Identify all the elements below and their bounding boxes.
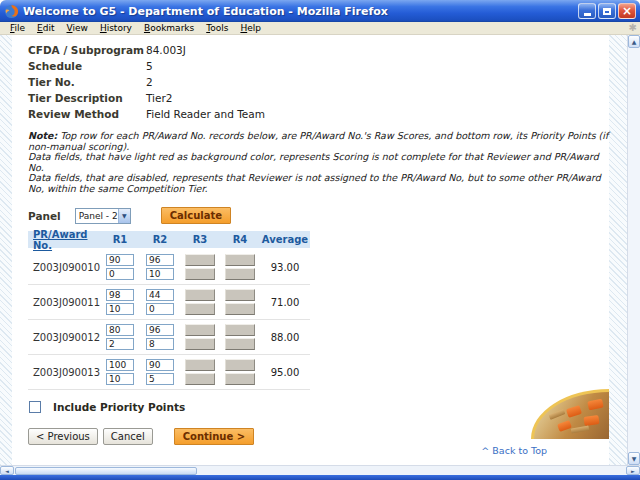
scroll-up-icon[interactable]: ▲ <box>628 35 640 48</box>
note-line-1: Top row for each PR/Award No. records be… <box>28 130 608 152</box>
detail-row-tier-desc: Tier Description Tier2 <box>28 90 609 106</box>
disabled-score-field <box>225 254 255 266</box>
note-line-3: Data fields, that are disabled, represen… <box>28 173 609 194</box>
r2-priority-points-input[interactable] <box>146 373 174 385</box>
menu-history[interactable]: History <box>94 23 138 33</box>
scroll-down-icon[interactable]: ▼ <box>628 452 640 465</box>
continue-button[interactable]: Continue > <box>174 428 254 445</box>
include-priority-checkbox[interactable] <box>29 401 41 413</box>
detail-label: Tier Description <box>28 92 146 104</box>
table-row: Z003J090012 88.00 <box>28 320 310 355</box>
horizontal-scrollbar[interactable]: ◄ ► <box>0 465 640 475</box>
disabled-score-field <box>185 303 215 315</box>
column-header-r1: R1 <box>100 234 140 245</box>
r1-raw-score-input[interactable] <box>106 254 134 266</box>
disabled-score-field <box>185 338 215 350</box>
page-viewport: CFDA / Subprogram 84.003J Schedule 5 Tie… <box>0 35 640 465</box>
r1-raw-score-input[interactable] <box>106 324 134 336</box>
r2-raw-score-input[interactable] <box>146 254 174 266</box>
disabled-score-field <box>185 289 215 301</box>
menu-bookmarks[interactable]: Bookmarks <box>138 23 200 33</box>
calculate-button[interactable]: Calculate <box>161 207 231 224</box>
detail-value: 84.003J <box>146 44 186 56</box>
column-header-r2: R2 <box>140 234 180 245</box>
detail-value: Field Reader and Team <box>146 108 265 120</box>
disabled-score-field <box>225 359 255 371</box>
r2-scores <box>140 324 180 350</box>
titlebar[interactable]: Welcome to G5 - Department of Education … <box>0 0 640 22</box>
classroom-chairs-image-inner <box>534 392 609 439</box>
panel-select[interactable]: Panel - 2 ▼ <box>75 208 131 224</box>
r2-priority-points-input[interactable] <box>146 338 174 350</box>
minimize-button[interactable] <box>578 3 596 19</box>
r1-priority-points-input[interactable] <box>106 268 134 280</box>
column-header-award-link[interactable]: PR/Award No. <box>28 229 100 251</box>
detail-label: Tier No. <box>28 76 146 88</box>
table-row: Z003J090013 95.00 <box>28 355 310 390</box>
table-row: Z003J090011 71.00 <box>28 285 310 320</box>
detail-value: Tier2 <box>146 92 172 104</box>
vertical-scrollbar[interactable]: ▲ ▼ <box>627 35 640 465</box>
chair-shape <box>557 420 572 432</box>
menu-tools[interactable]: Tools <box>200 23 234 33</box>
include-priority-label: Include Priority Points <box>53 401 185 413</box>
r1-raw-score-input[interactable] <box>106 289 134 301</box>
close-button[interactable]: × <box>618 3 636 19</box>
r1-priority-points-input[interactable] <box>106 373 134 385</box>
horizontal-scroll-thumb[interactable] <box>15 467 197 475</box>
firefox-window: Welcome to G5 - Department of Education … <box>0 0 640 480</box>
average-score: 71.00 <box>260 297 310 308</box>
menu-view[interactable]: View <box>61 23 94 33</box>
maximize-icon <box>603 8 611 15</box>
r1-raw-score-input[interactable] <box>106 359 134 371</box>
r2-raw-score-input[interactable] <box>146 359 174 371</box>
r1-priority-points-input[interactable] <box>106 338 134 350</box>
desk-shape <box>549 409 566 420</box>
scroll-left-icon[interactable]: ◄ <box>0 466 14 475</box>
previous-button[interactable]: < Previous <box>28 428 98 445</box>
maximize-button[interactable] <box>598 3 616 19</box>
table-row: Z003J090010 93.00 <box>28 250 310 285</box>
r2-raw-score-input[interactable] <box>146 324 174 336</box>
disabled-score-field <box>225 303 255 315</box>
cancel-button[interactable]: Cancel <box>103 428 153 445</box>
detail-row-tier-no: Tier No. 2 <box>28 74 609 90</box>
disabled-score-field <box>225 373 255 385</box>
detail-label: Schedule <box>28 60 146 72</box>
detail-row-schedule: Schedule 5 <box>28 58 609 74</box>
note-line-2: Data fields, that have light red as back… <box>28 152 609 173</box>
menu-edit[interactable]: Edit <box>31 23 60 33</box>
window-bottom-border <box>0 475 640 480</box>
r1-scores <box>100 359 140 385</box>
r2-priority-points-input[interactable] <box>146 303 174 315</box>
scroll-right-icon[interactable]: ► <box>626 466 640 475</box>
r1-priority-points-input[interactable] <box>106 303 134 315</box>
classroom-chairs-image <box>531 389 609 439</box>
back-to-top-link[interactable]: ^ Back to Top <box>481 445 547 456</box>
r2-priority-points-input[interactable] <box>146 268 174 280</box>
include-priority-row: Include Priority Points <box>29 401 609 413</box>
detail-value: 5 <box>146 60 153 72</box>
r2-scores <box>140 289 180 315</box>
disabled-score-field <box>185 254 215 266</box>
chevron-down-icon[interactable]: ▼ <box>118 209 130 223</box>
r2-raw-score-input[interactable] <box>146 289 174 301</box>
r3-scores-disabled <box>180 254 220 280</box>
r4-scores-disabled <box>220 289 260 315</box>
r2-scores <box>140 254 180 280</box>
desk-shape <box>571 425 590 433</box>
detail-row-review-method: Review Method Field Reader and Team <box>28 106 609 122</box>
r1-scores <box>100 289 140 315</box>
menubar: File Edit View History Bookmarks Tools H… <box>0 22 640 35</box>
detail-label: Review Method <box>28 108 146 120</box>
column-header-r3: R3 <box>180 234 220 245</box>
menu-help[interactable]: Help <box>234 23 267 33</box>
detail-label: CFDA / Subprogram <box>28 44 146 56</box>
r2-scores <box>140 359 180 385</box>
disabled-score-field <box>185 373 215 385</box>
throbber-icon: ✱ <box>629 23 637 33</box>
award-number: Z003J090011 <box>28 297 100 308</box>
menu-file[interactable]: File <box>4 23 31 33</box>
score-table-header: PR/Award No. R1 R2 R3 R4 Average <box>28 231 310 248</box>
average-score: 93.00 <box>260 262 310 273</box>
